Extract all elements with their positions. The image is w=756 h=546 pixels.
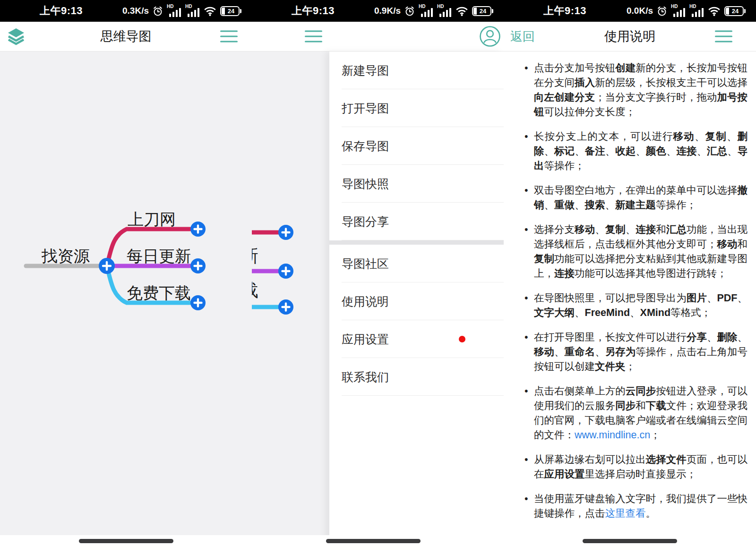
mindmap-peek-graph: 新 载 [252,51,329,535]
battery-icon: 24 [472,6,491,16]
branch3-node-label[interactable]: 免费下载 [127,282,191,304]
instruction-item: 点击分支加号按钮创建新的分支，长按加号按钮在分支间插入新的层级，长按根支主干可以… [524,61,747,119]
text: 选择分支 [534,224,575,235]
text: 等操作； [656,199,696,211]
instruction-item: 选择分支移动、复制、连接和汇总功能，当出现选择线框后，点击线框外其他分支即可；移… [524,222,747,281]
text: 和 [656,224,666,235]
branch1-add-button[interactable] [278,225,293,240]
menu-item-label: 导图分享 [342,214,389,230]
mindmap-canvas[interactable]: 找资源 上刀网 每日更新 免费下载 [0,51,252,535]
bold-text: 云同步 [626,385,656,397]
wifi-icon [708,6,721,17]
menu-item-map-share[interactable]: 导图分享 [329,203,504,240]
status-bar: 上午9:13 0.3K/s HD HD 24 [0,0,252,22]
mindmap-peek-strip: 新 载 [252,51,329,535]
sim1-signal-icon: HD [671,4,686,17]
text: 点击右侧菜单上方的 [534,385,626,397]
menu-item-label: 使用说明 [342,294,389,309]
bold-text: 移动 [534,346,554,358]
bold-text: 分享 [687,332,707,343]
screen-help: 上午9:13 0.0K/s HD HD 24 返回 使用说明 点击分支加号按钮创… [504,0,756,546]
wifi-icon [455,6,468,17]
bold-text: 重命名 [565,346,595,358]
text: ； [626,361,636,372]
text: 、 [727,131,738,142]
text: 、 [544,199,555,211]
text: 新的层级，长按根支主干可以选择 [595,77,747,88]
bold-text: PDF [717,292,738,304]
inline-link[interactable]: www.mindline.cn [575,429,650,441]
bold-text: 连接 [554,268,575,279]
menu-item-map-snapshot[interactable]: 导图快照 [329,165,504,203]
layers-icon[interactable] [6,26,26,47]
inline-link[interactable]: 这里查看 [605,508,646,519]
menu-item-new-map[interactable]: 新建导图 [329,51,504,89]
app-header [252,22,504,51]
hamburger-icon[interactable] [305,27,322,46]
branch2-node-label[interactable]: 每日更新 [127,246,191,267]
instruction-item: 在导图快照里，可以把导图导出为图片、PDF、文字大纲、FreeMind、XMin… [524,291,747,320]
instruction-item: 双击导图空白地方，在弹出的菜单中可以选择撤销、重做、搜索、新建主题等操作； [524,183,747,213]
menu-item-label: 应用设置 [342,332,389,347]
battery-level: 24 [732,8,739,15]
branch3-add-button[interactable] [278,299,293,315]
instruction-item: 点击右侧菜单上方的云同步按钮进入登录，可以使用我们的云服务同步和下载文件；欢迎登… [524,384,747,443]
bold-text: 删除 [717,332,737,343]
text: 、 [695,131,705,142]
text: 、 [630,307,640,318]
battery-level: 24 [480,8,486,15]
branch3-add-button[interactable] [190,295,206,310]
text: 可以拉伸分支长度； [544,106,636,118]
bold-text: 向左创建分支 [534,92,595,103]
branch2-add-button[interactable] [190,258,206,273]
text: ；当分支文字换行时，拖动 [595,92,717,103]
status-icons: 0.9K/s HD HD 24 [374,4,491,17]
status-time: 上午9:13 [292,4,335,18]
bold-text: 标记 [554,145,575,157]
branch2-add-button[interactable] [278,264,293,279]
text: 和 [636,400,646,411]
text: 、 [738,292,748,304]
nav-strip [252,535,329,546]
bold-text: 移动 [673,131,695,142]
hamburger-icon[interactable] [715,27,732,46]
branch1-add-button[interactable] [190,222,206,237]
sim2-signal-icon: HD [185,4,200,17]
bold-text: 同步 [615,400,636,411]
hamburger-icon[interactable] [220,27,238,46]
bold-text: 创建 [615,62,636,74]
bold-text: 搜索 [585,199,605,211]
gesture-bar[interactable] [79,539,173,543]
menu-item-app-settings[interactable]: 应用设置 [329,320,504,358]
sim1-signal-icon: HD [419,4,433,17]
menu-item-map-community[interactable]: 导图社区 [329,245,504,282]
side-menu-drawer: 新建导图 打开导图 保存导图 导图快照 导图分享 导图社区 使用说明 应用设置 … [329,51,504,546]
gesture-bar[interactable] [326,539,421,543]
menu-item-open-map[interactable]: 打开导图 [329,89,504,127]
menu-item-label: 导图快照 [342,176,389,192]
root-add-button[interactable] [99,258,115,274]
branch1-node-label[interactable]: 上刀网 [128,209,176,230]
bold-text: 新建主题 [615,199,656,211]
text: 、 [707,332,717,343]
status-bar: 上午9:13 0.0K/s HD HD 24 [504,0,756,22]
text: 、 [595,224,605,235]
menu-item-label: 打开导图 [342,101,389,116]
text: 功能可以选择其他导图进行跳转； [575,268,727,279]
menu-item-instructions[interactable]: 使用说明 [329,282,504,320]
person-icon[interactable] [479,26,501,47]
status-bar: 上午9:13 0.9K/s HD HD 24 [252,0,504,22]
back-button[interactable]: 返回 [510,28,535,45]
menu-item-label: 保存导图 [342,138,389,154]
text: 、 [575,307,585,318]
bold-text: 复制 [534,253,554,264]
gesture-bar[interactable] [583,539,677,543]
alarm-clock-icon [153,6,163,17]
text: 等格式； [670,307,711,318]
bold-text: 收起 [615,145,636,157]
bold-text: 图片 [687,292,707,304]
menu-item-save-map[interactable]: 保存导图 [329,127,504,165]
menu-item-contact-us[interactable]: 联系我们 [329,358,504,396]
text: 、 [554,346,565,358]
root-node-label[interactable]: 找资源 [42,246,90,267]
